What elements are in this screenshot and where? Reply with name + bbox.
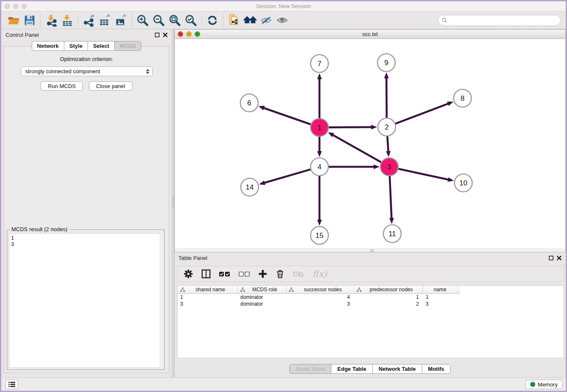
export-image-button[interactable] — [113, 13, 129, 28]
tab-motifs[interactable]: Motifs — [422, 364, 451, 374]
table-cell[interactable]: 3 — [286, 301, 354, 307]
zoom-out-icon — [152, 14, 165, 27]
graph-edge-1-2[interactable] — [329, 127, 372, 127]
fit-content-icon — [168, 14, 181, 27]
float-table-panel-icon[interactable] — [549, 256, 553, 260]
zoom-in-button[interactable] — [135, 13, 151, 28]
table-settings-button[interactable] — [184, 269, 193, 279]
criterion-dropdown[interactable]: strongly connected component — [21, 66, 153, 76]
tab-node-table[interactable]: Node Table — [289, 364, 331, 374]
deselect-all-icon — [239, 271, 250, 277]
save-session-button[interactable] — [22, 13, 38, 28]
close-panel-button[interactable]: Close panel — [89, 81, 132, 91]
graph-edge-arrow-2-3 — [386, 151, 391, 157]
mcds-result-list[interactable]: 1 3 — [9, 233, 162, 368]
tab-edge-table[interactable]: Edge Table — [331, 364, 372, 374]
graph-edge-arrow-4-15 — [317, 220, 322, 226]
graph-edge-2-3[interactable] — [387, 136, 388, 152]
graph-edge-arrow-3-11 — [389, 218, 394, 224]
copy-style-button[interactable] — [226, 13, 242, 28]
table-cell[interactable]: 3 — [423, 301, 459, 307]
zoom-out-button[interactable] — [151, 13, 167, 28]
tab-mcds[interactable]: MCDS — [114, 41, 141, 51]
search-input[interactable] — [448, 16, 560, 25]
table-cell[interactable]: 2 — [354, 301, 423, 307]
export-table-button[interactable] — [97, 13, 113, 28]
status-bar: Memory — [1, 377, 566, 391]
tab-network[interactable]: Network — [32, 41, 64, 51]
graph-edge-3-1[interactable] — [332, 135, 381, 163]
column-header-MCDS-role[interactable]: MCDS role — [238, 286, 286, 294]
first-neighbors-button[interactable] — [242, 13, 258, 28]
tab-select[interactable]: Select — [88, 41, 115, 51]
graph-edge-arrow-2-9 — [384, 72, 389, 78]
table-cell[interactable]: 3 — [178, 301, 238, 307]
select-all-icon — [219, 271, 230, 277]
search-box[interactable] — [438, 15, 561, 26]
delete-row-button[interactable] — [276, 269, 284, 279]
graph-node-label-2: 2 — [385, 123, 388, 131]
zoom-selected-button[interactable] — [183, 13, 199, 28]
graph-node-label-11: 11 — [388, 230, 396, 238]
node-table[interactable]: shared nameMCDS rolesuccessor nodesprede… — [177, 285, 564, 358]
node-table-body: 1dominator4113dominator323 — [178, 294, 564, 307]
select-all-button[interactable] — [219, 271, 230, 277]
close-table-panel-icon[interactable] — [557, 256, 561, 260]
network-hscrollbar[interactable] — [175, 248, 565, 252]
show-panels-button[interactable] — [6, 380, 18, 389]
hscroll-handle[interactable] — [370, 249, 374, 252]
table-row[interactable]: 1dominator411 — [178, 294, 564, 301]
graph-node-label-8: 8 — [460, 94, 464, 102]
graph-edge-4-14[interactable] — [264, 169, 311, 183]
result-scrollbar[interactable] — [160, 233, 162, 368]
hide-selected-button[interactable] — [258, 13, 274, 28]
optimization-criterion-label: Optimization criterion: — [4, 56, 169, 62]
add-row-button[interactable] — [258, 269, 267, 279]
graph-edge-2-8[interactable] — [396, 103, 449, 124]
save-disk-icon — [24, 14, 36, 26]
application-window: Session: New Session — [0, 0, 567, 392]
fit-content-button[interactable] — [167, 13, 183, 28]
graph-edge-3-10[interactable] — [398, 169, 449, 180]
import-table-button[interactable] — [59, 13, 75, 28]
criterion-value: strongly connected component — [25, 68, 145, 75]
function-builder-button[interactable]: f(x) — [312, 269, 327, 279]
tab-style[interactable]: Style — [64, 41, 88, 51]
table-cell[interactable]: dominator — [238, 301, 286, 307]
graph-edge-2-9[interactable] — [386, 77, 387, 118]
graph-edge-arrow-1-7 — [317, 73, 322, 79]
memory-button[interactable]: Memory — [526, 380, 562, 389]
search-icon — [442, 17, 448, 23]
deselect-all-button[interactable] — [239, 271, 250, 277]
table-cell[interactable]: 1 — [354, 294, 423, 301]
network-canvas[interactable]: 7968124314101511 — [175, 39, 565, 248]
refresh-button[interactable] — [204, 13, 220, 28]
splitter-grip[interactable] — [172, 197, 174, 206]
mcds-result-group: MCDS result (2 nodes) 1 3 — [7, 229, 165, 370]
graph-edge-3-11[interactable] — [390, 176, 392, 219]
table-cell[interactable]: 4 — [286, 294, 354, 301]
table-cell[interactable]: 1 — [178, 294, 238, 301]
network-graph[interactable]: 7968124314101511 — [175, 39, 565, 248]
table-cell[interactable]: dominator — [238, 294, 286, 301]
sort-hierarchy-icon — [240, 287, 245, 292]
delete-table-button[interactable] — [293, 270, 304, 278]
run-mcds-button[interactable]: Run MCDS — [41, 81, 83, 91]
export-network-button[interactable] — [81, 13, 97, 28]
import-network-button[interactable] — [43, 13, 59, 28]
float-panel-icon[interactable] — [155, 33, 160, 37]
close-panel-icon[interactable] — [163, 33, 168, 37]
column-header-successor-nodes[interactable]: successor nodes — [286, 286, 354, 294]
column-header-shared-name[interactable]: shared name — [178, 286, 238, 294]
sort-hierarchy-icon — [289, 287, 294, 292]
graph-edge-1-6[interactable] — [263, 108, 311, 124]
open-session-button[interactable] — [6, 13, 22, 28]
column-header-name[interactable]: name — [423, 286, 459, 294]
show-all-button[interactable] — [274, 13, 290, 28]
show-columns-button[interactable] — [201, 269, 211, 279]
tab-network-table[interactable]: Network Table — [372, 364, 422, 374]
graph-node-label-3: 3 — [387, 163, 391, 171]
table-row[interactable]: 3dominator323 — [178, 301, 564, 307]
table-cell[interactable]: 1 — [423, 294, 459, 301]
column-header-predecessor-nodes[interactable]: predecessor nodes — [354, 286, 423, 294]
